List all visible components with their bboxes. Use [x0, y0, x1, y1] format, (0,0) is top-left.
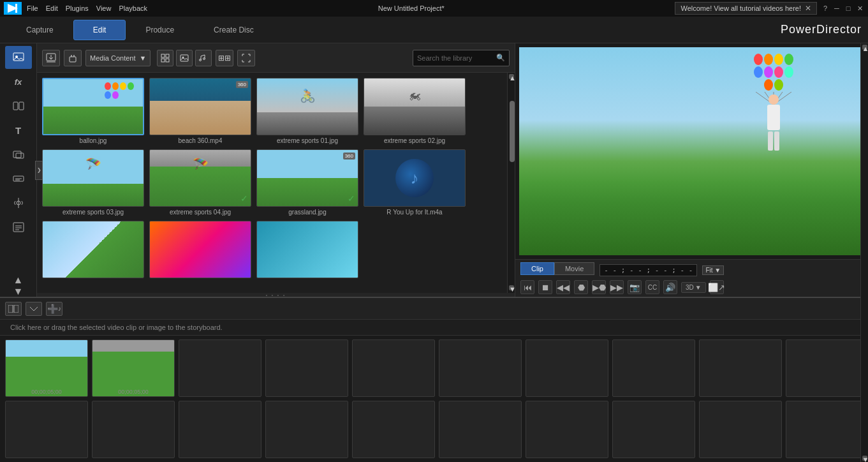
media-thumb-row3a: [42, 221, 144, 278]
fullscreen-button[interactable]: [237, 50, 255, 66]
tab-edit[interactable]: Edit: [73, 20, 126, 40]
minimize-button[interactable]: ─: [832, 4, 841, 13]
story-cell-14[interactable]: [265, 401, 348, 458]
photo-view-button[interactable]: [176, 50, 193, 66]
media-item-row3b[interactable]: [149, 221, 251, 280]
clip-movie-tabs: Clip Movie: [520, 262, 594, 275]
sidebar-icon-overlay[interactable]: [5, 143, 32, 166]
fast-forward-button[interactable]: ▶▶: [610, 280, 624, 294]
media-label-sports02: extreme sports 02.jpg: [384, 137, 445, 144]
menu-file[interactable]: File: [27, 4, 38, 12]
search-input[interactable]: [417, 54, 494, 62]
story-cell-4[interactable]: [265, 339, 348, 397]
view-buttons: [157, 50, 212, 66]
story-cell-15[interactable]: [352, 401, 435, 458]
media-thumb-sports03: 🪂: [42, 149, 144, 207]
sidebar-icon-caption[interactable]: [5, 167, 32, 190]
rewind-button[interactable]: ◀◀: [556, 280, 570, 294]
story-cell-7[interactable]: [526, 339, 608, 397]
sidebar-icon-text[interactable]: T: [5, 119, 32, 142]
grid-view-button[interactable]: [157, 50, 173, 66]
sidebar-icon-chapter[interactable]: [5, 216, 32, 239]
3d-button[interactable]: 3D ▼: [681, 282, 706, 293]
clip-tab[interactable]: Clip: [520, 262, 554, 275]
fit-select[interactable]: Fit ▼: [702, 265, 724, 275]
media-item-audio[interactable]: ♪ R You Up for It.m4a: [364, 149, 466, 216]
menu-view[interactable]: View: [96, 4, 112, 12]
badge-360-grassland: 360: [343, 153, 355, 160]
sidebar-collapse-button[interactable]: ❯: [35, 161, 43, 180]
next-frame-button[interactable]: ▶⬣: [592, 280, 606, 294]
story-cell-20[interactable]: [786, 401, 868, 458]
audio-view-button[interactable]: [195, 50, 212, 66]
story-cell-2[interactable]: 00;00;05;00: [92, 339, 175, 397]
app-title: PowerDirector: [781, 23, 862, 36]
storyboard-view-button[interactable]: [5, 302, 22, 316]
media-scrollbar[interactable]: ▲ ▼: [507, 73, 515, 293]
media-item-grassland[interactable]: 360 ✓ grassland.jpg: [256, 149, 358, 216]
story-cell-12[interactable]: [92, 401, 175, 458]
story-cell-5[interactable]: [352, 339, 435, 397]
media-item-row3c[interactable]: [256, 221, 358, 280]
story-cell-6[interactable]: [439, 339, 522, 397]
subtitle-button[interactable]: CC: [645, 280, 659, 294]
top-content: fx T: [0, 43, 868, 297]
close-button[interactable]: ✕: [855, 4, 864, 13]
story-cell-17[interactable]: [526, 401, 608, 458]
story-cell-10[interactable]: [786, 339, 868, 397]
content-area: fx T: [0, 43, 868, 462]
storyboard-left-controls: ➕ ♪: [5, 302, 63, 316]
plugin-button[interactable]: [64, 50, 82, 66]
storyboard-scrollbar[interactable]: ▲ ▼: [860, 43, 868, 462]
prev-frame-button[interactable]: ⬣: [574, 280, 588, 294]
help-button[interactable]: ?: [821, 4, 830, 13]
story-cell-16[interactable]: [439, 401, 522, 458]
story-cell-11[interactable]: [5, 401, 88, 458]
tab-produce[interactable]: Produce: [126, 20, 194, 40]
fit-dropdown-icon: ▼: [714, 267, 721, 274]
snapshot-button[interactable]: 📷: [628, 280, 642, 294]
import-button[interactable]: [42, 50, 60, 66]
external-display-button[interactable]: ⬜↗: [710, 280, 724, 294]
movie-tab[interactable]: Movie: [554, 262, 594, 275]
media-item-sports02[interactable]: 🏍 extreme sports 02.jpg: [364, 78, 466, 144]
content-type-dropdown[interactable]: Media Content ▼: [85, 50, 151, 66]
menu-playback[interactable]: Playback: [119, 4, 147, 12]
svg-point-32: [203, 57, 205, 59]
media-item-sports01[interactable]: 🚴 extreme sports 01.jpg: [256, 78, 358, 144]
media-thumb-audio: ♪: [364, 149, 466, 207]
rewind-to-start-button[interactable]: ⏮: [520, 280, 534, 294]
story-cell-19[interactable]: [699, 401, 782, 458]
sidebar-icon-media[interactable]: [5, 46, 32, 69]
story-cell-8[interactable]: [612, 339, 695, 397]
welcome-close-button[interactable]: ✕: [805, 4, 811, 13]
media-item-sports04[interactable]: 🪂 ✓ extreme sports 04.jpg: [149, 149, 251, 216]
sidebar-icon-transition[interactable]: [5, 94, 32, 117]
story-cell-13[interactable]: [179, 401, 261, 458]
media-item-row3a[interactable]: [42, 221, 144, 280]
dropdown-label: Media Content: [90, 54, 136, 62]
search-icon: 🔍: [496, 54, 505, 62]
search-box[interactable]: 🔍: [413, 50, 510, 66]
story-cell-1[interactable]: 00;00;05;00: [5, 339, 88, 397]
tab-capture[interactable]: Capture: [6, 20, 73, 40]
add-audio-storyboard-button[interactable]: ➕ ♪: [46, 302, 63, 316]
menu-edit[interactable]: Edit: [46, 4, 58, 12]
menu-plugins[interactable]: Plugins: [66, 4, 89, 12]
story-cell-9[interactable]: [699, 339, 782, 397]
multi-view-button[interactable]: ⊞⊞: [216, 50, 233, 66]
expand-storyboard-button[interactable]: [26, 302, 42, 316]
story-cell-18[interactable]: [612, 401, 695, 458]
story-cell-3[interactable]: [179, 339, 261, 397]
volume-button[interactable]: 🔊: [663, 280, 677, 294]
sidebar-icon-fx[interactable]: fx: [5, 70, 32, 93]
stop-button[interactable]: ⏹: [538, 280, 552, 294]
maximize-button[interactable]: □: [844, 4, 853, 13]
media-row-2: 🪂 extreme sports 03.jpg 🪂 ✓: [42, 149, 502, 216]
sidebar-icon-audio[interactable]: [5, 191, 32, 214]
tab-create-disc[interactable]: Create Disc: [194, 20, 274, 40]
sidebar-icon-down[interactable]: ▼: [5, 280, 32, 303]
media-item-beach360[interactable]: 360 beach 360.mp4: [149, 78, 251, 144]
media-item-sports03[interactable]: 🪂 extreme sports 03.jpg: [42, 149, 144, 216]
media-item-ballon[interactable]: ballon.jpg: [42, 78, 144, 144]
